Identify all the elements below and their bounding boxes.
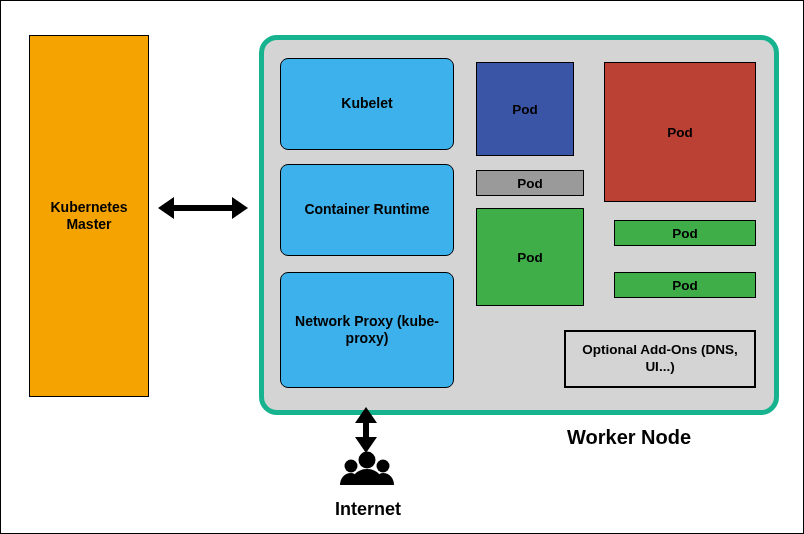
network-proxy-box: Network Proxy (kube-proxy) — [280, 272, 454, 388]
arrow-head-left-icon — [158, 197, 174, 219]
arrow-shaft-v — [363, 423, 369, 437]
kubelet-label: Kubelet — [341, 95, 392, 113]
kubernetes-master-box: Kubernetes Master — [29, 35, 149, 397]
people-group-icon — [337, 449, 397, 497]
worker-node-label: Worker Node — [567, 426, 691, 449]
proxy-internet-arrow — [359, 407, 373, 453]
kubelet-box: Kubelet — [280, 58, 454, 150]
pod-green-1: Pod — [476, 208, 584, 306]
svg-point-1 — [345, 460, 358, 473]
pod-green-3: Pod — [614, 272, 756, 298]
pod-gray: Pod — [476, 170, 584, 196]
kubernetes-master-label: Kubernetes Master — [30, 199, 148, 234]
worker-node-box: Kubelet Container Runtime Network Proxy … — [259, 35, 779, 415]
network-proxy-label: Network Proxy (kube-proxy) — [289, 313, 445, 348]
arrow-head-up-icon — [355, 407, 377, 423]
optional-addons-label: Optional Add-Ons (DNS, UI...) — [566, 342, 754, 376]
master-worker-arrow — [158, 201, 248, 215]
optional-addons-box: Optional Add-Ons (DNS, UI...) — [564, 330, 756, 388]
svg-point-0 — [359, 452, 376, 469]
arrow-head-right-icon — [232, 197, 248, 219]
arrow-shaft — [174, 205, 232, 211]
internet-label: Internet — [323, 499, 413, 520]
pod-green-3-label: Pod — [672, 278, 698, 293]
pod-green-1-label: Pod — [517, 250, 543, 265]
pod-red-label: Pod — [667, 125, 693, 140]
pod-blue-label: Pod — [512, 102, 538, 117]
pod-blue: Pod — [476, 62, 574, 156]
diagram-frame: Kubernetes Master Kubelet Container Runt… — [0, 0, 804, 534]
pod-red: Pod — [604, 62, 756, 202]
svg-point-2 — [377, 460, 390, 473]
container-runtime-box: Container Runtime — [280, 164, 454, 256]
pod-gray-label: Pod — [517, 176, 543, 191]
container-runtime-label: Container Runtime — [304, 201, 429, 219]
pod-green-2-label: Pod — [672, 226, 698, 241]
pod-green-2: Pod — [614, 220, 756, 246]
